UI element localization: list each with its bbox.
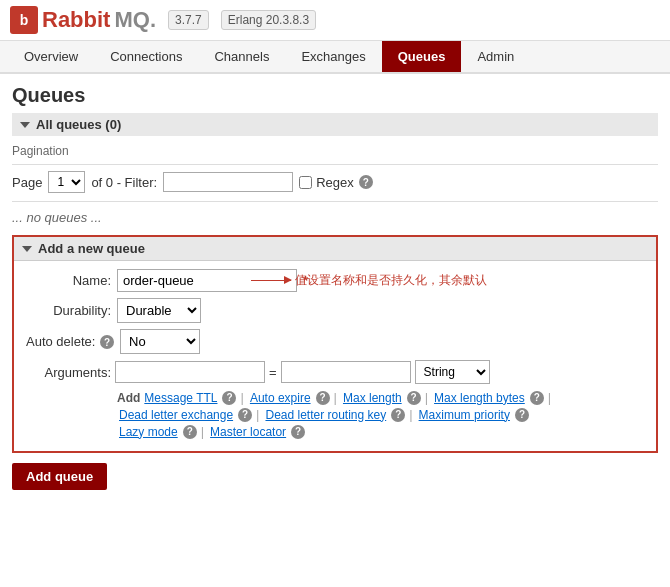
version-badge: 3.7.7 xyxy=(168,10,209,30)
arguments-label: Arguments: xyxy=(26,365,111,380)
durability-select[interactable]: Durable Transient xyxy=(117,298,201,323)
page-title: Queues xyxy=(12,84,658,107)
nav-overview[interactable]: Overview xyxy=(8,41,94,72)
add-queue-label: Add a new queue xyxy=(38,241,145,256)
maximum-priority-help-icon[interactable]: ? xyxy=(515,408,529,422)
main-content: Queues All queues (0) Pagination Page 1 … xyxy=(0,74,670,500)
durability-label: Durability: xyxy=(26,303,111,318)
add-buttons-line-2: Dead letter exchange ? | Dead letter rou… xyxy=(117,407,644,422)
of-label: of 0 - Filter: xyxy=(91,175,157,190)
name-row: Name: 值设置名称和是否持久化，其余默认 * xyxy=(26,269,644,292)
add-buttons-section: Add Message TTL ? | Auto expire ? | Max … xyxy=(117,390,644,439)
add-label: Add xyxy=(117,391,140,405)
annotation-text: 值设置名称和是否持久化，其余默认 xyxy=(295,272,487,289)
add-buttons-line-1: Add Message TTL ? | Auto expire ? | Max … xyxy=(117,390,644,405)
pagination-row: Page 1 of 0 - Filter: Regex ? xyxy=(12,171,658,193)
args-key-input[interactable] xyxy=(115,361,265,383)
header: b Rabbit MQ. 3.7.7 Erlang 20.3.8.3 xyxy=(0,0,670,41)
btn-lazy-mode[interactable]: Lazy mode xyxy=(117,425,180,439)
nav-admin[interactable]: Admin xyxy=(461,41,530,72)
sep2: | xyxy=(334,390,337,405)
nav-queues[interactable]: Queues xyxy=(382,41,462,72)
btn-dead-letter-exchange[interactable]: Dead letter exchange xyxy=(117,408,235,422)
regex-row: Regex ? xyxy=(299,175,373,190)
auto-delete-row: Auto delete: ? No Yes xyxy=(26,329,644,354)
regex-checkbox[interactable] xyxy=(299,176,312,189)
logo-icon: b xyxy=(10,6,38,34)
master-locator-help-icon[interactable]: ? xyxy=(291,425,305,439)
arguments-row: Arguments: = String Number Boolean List xyxy=(26,360,644,384)
sep1: | xyxy=(240,390,243,405)
dead-letter-exchange-help-icon[interactable]: ? xyxy=(238,408,252,422)
logo: b Rabbit MQ. xyxy=(10,6,156,34)
nav-exchanges[interactable]: Exchanges xyxy=(285,41,381,72)
sep4: | xyxy=(548,390,551,405)
nav: Overview Connections Channels Exchanges … xyxy=(0,41,670,74)
auto-delete-help-icon[interactable]: ? xyxy=(100,335,114,349)
auto-expire-help-icon[interactable]: ? xyxy=(316,391,330,405)
btn-master-locator[interactable]: Master locator xyxy=(208,425,288,439)
pagination-label: Pagination xyxy=(12,144,658,158)
max-length-help-icon[interactable]: ? xyxy=(407,391,421,405)
nav-channels[interactable]: Channels xyxy=(198,41,285,72)
add-queue-collapse-icon xyxy=(22,246,32,252)
page-select[interactable]: 1 xyxy=(48,171,85,193)
regex-label: Regex xyxy=(316,175,354,190)
all-queues-header[interactable]: All queues (0) xyxy=(12,113,658,136)
message-ttl-help-icon[interactable]: ? xyxy=(222,391,236,405)
filter-input[interactable] xyxy=(163,172,293,192)
btn-message-ttl[interactable]: Message TTL xyxy=(142,391,219,405)
sep6: | xyxy=(409,407,412,422)
lazy-mode-help-icon[interactable]: ? xyxy=(183,425,197,439)
args-val-input[interactable] xyxy=(281,361,411,383)
required-star: * xyxy=(303,273,308,288)
form-body: Name: 值设置名称和是否持久化，其余默认 * Durability: Dur… xyxy=(14,261,656,451)
btn-dead-letter-routing-key[interactable]: Dead letter routing key xyxy=(263,408,388,422)
name-input[interactable] xyxy=(117,269,297,292)
page-label: Page xyxy=(12,175,42,190)
name-input-container: 值设置名称和是否持久化，其余默认 xyxy=(117,269,297,292)
all-queues-label: All queues (0) xyxy=(36,117,121,132)
no-queues-message: ... no queues ... xyxy=(12,210,658,225)
sep3: | xyxy=(425,390,428,405)
name-label: Name: xyxy=(26,273,111,288)
logo-mq: MQ. xyxy=(114,7,156,33)
btn-maximum-priority[interactable]: Maximum priority xyxy=(417,408,512,422)
logo-rabbit: Rabbit xyxy=(42,7,110,33)
equals-sign: = xyxy=(269,365,277,380)
add-buttons-line-3: Lazy mode ? | Master locator ? xyxy=(117,424,644,439)
add-queue-section: Add a new queue Name: 值设置名称和是否持久化，其余默认 *… xyxy=(12,235,658,453)
btn-auto-expire[interactable]: Auto expire xyxy=(248,391,313,405)
add-queue-header[interactable]: Add a new queue xyxy=(14,237,656,261)
sep5: | xyxy=(256,407,259,422)
btn-max-length[interactable]: Max length xyxy=(341,391,404,405)
regex-help-icon[interactable]: ? xyxy=(359,175,373,189)
erlang-badge: Erlang 20.3.8.3 xyxy=(221,10,316,30)
auto-delete-label: Auto delete: ? xyxy=(26,334,114,350)
type-select[interactable]: String Number Boolean List xyxy=(415,360,490,384)
nav-connections[interactable]: Connections xyxy=(94,41,198,72)
btn-max-length-bytes[interactable]: Max length bytes xyxy=(432,391,527,405)
max-length-bytes-help-icon[interactable]: ? xyxy=(530,391,544,405)
pagination-section: Pagination Page 1 of 0 - Filter: Regex ? xyxy=(12,144,658,193)
auto-delete-select[interactable]: No Yes xyxy=(120,329,200,354)
collapse-icon xyxy=(20,122,30,128)
dead-letter-routing-key-help-icon[interactable]: ? xyxy=(391,408,405,422)
sep7: | xyxy=(201,424,204,439)
durability-row: Durability: Durable Transient xyxy=(26,298,644,323)
add-queue-button[interactable]: Add queue xyxy=(12,463,107,490)
